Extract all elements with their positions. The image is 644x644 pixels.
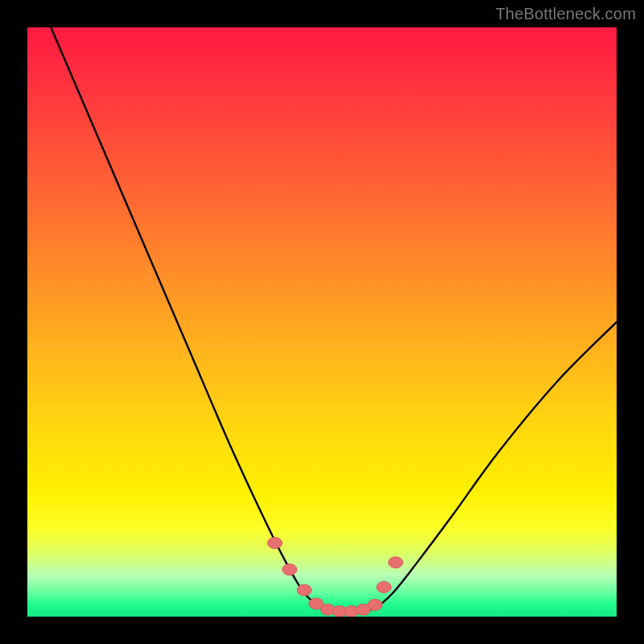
marker-point xyxy=(297,584,312,596)
watermark-text: TheBottleneck.com xyxy=(495,5,636,23)
plot-area xyxy=(27,27,617,617)
marker-point xyxy=(377,581,391,592)
curve-markers xyxy=(267,538,402,617)
chart-frame: TheBottleneck.com xyxy=(0,0,644,644)
marker-point xyxy=(283,564,297,575)
marker-point xyxy=(368,599,382,610)
marker-point xyxy=(389,557,403,568)
bottleneck-curve xyxy=(27,27,617,617)
marker-point xyxy=(267,538,282,549)
